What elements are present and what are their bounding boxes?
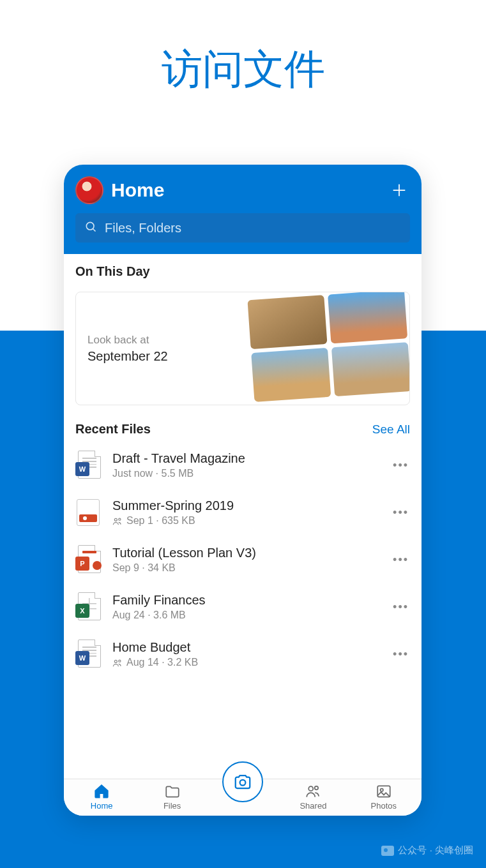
tab-bar: Home Files . Shared Photos [64, 779, 421, 816]
page-title: Home [111, 179, 381, 201]
file-meta: Aug 14 · 3.2 KB [112, 657, 380, 668]
file-more-button[interactable]: ••• [391, 455, 410, 476]
svg-point-7 [119, 660, 121, 662]
content-area: On This Day Look back at September 22 Re… [64, 254, 421, 779]
add-button[interactable] [388, 179, 410, 201]
watermark-text: 公众号 · 尖峰创圈 [398, 844, 473, 857]
people-icon [305, 783, 321, 800]
file-meta: Sep 9 · 34 KB [112, 562, 380, 574]
file-name: Draft - Travel Magazine [112, 451, 380, 466]
see-all-link[interactable]: See All [372, 423, 410, 437]
file-row[interactable]: W Draft - Travel Magazine Just now · 5.5… [75, 442, 410, 489]
memory-photo [251, 348, 331, 402]
svg-point-9 [309, 786, 314, 791]
svg-point-2 [86, 222, 94, 230]
home-icon [93, 783, 110, 800]
camera-fab[interactable] [222, 761, 263, 802]
excel-file-icon: X [75, 592, 101, 622]
powerpoint-file-icon: P [75, 545, 101, 574]
word-file-icon: W [75, 451, 101, 480]
memory-caption: Look back at [87, 334, 231, 347]
onenote-file-icon [75, 498, 101, 527]
memory-photo [331, 342, 410, 396]
tab-label: Shared [300, 801, 326, 811]
file-meta: Just now · 5.5 MB [112, 468, 380, 479]
phone-frame: Home Files, Folders On This Day Look bac… [64, 165, 421, 816]
file-meta: Sep 1 · 635 KB [112, 515, 380, 527]
file-list: W Draft - Travel Magazine Just now · 5.5… [64, 442, 421, 678]
photos-icon [376, 783, 392, 800]
search-input[interactable]: Files, Folders [75, 213, 410, 243]
tab-label: Photos [371, 801, 397, 811]
app-header: Home Files, Folders [64, 165, 421, 254]
file-row[interactable]: W Home Budget Aug 14 · 3.2 KB ••• [75, 631, 410, 678]
file-name: Home Budget [112, 640, 380, 655]
svg-point-6 [114, 660, 117, 662]
memory-photo-grid [242, 292, 410, 405]
search-placeholder: Files, Folders [105, 221, 181, 236]
memory-photo [247, 295, 327, 349]
memory-card[interactable]: Look back at September 22 [75, 292, 410, 405]
search-icon [84, 220, 97, 236]
tab-label: Files [163, 801, 181, 811]
shared-icon [112, 657, 123, 668]
avatar[interactable] [75, 176, 103, 204]
file-more-button[interactable]: ••• [391, 550, 410, 571]
memory-photo [328, 292, 407, 343]
svg-point-8 [240, 780, 246, 786]
word-file-icon: W [75, 640, 101, 669]
file-meta: Aug 24 · 3.6 MB [112, 610, 380, 621]
file-name: Summer-Spring 2019 [112, 498, 380, 513]
file-row[interactable]: Summer-Spring 2019 Sep 1 · 635 KB ••• [75, 489, 410, 536]
tab-label: Home [91, 801, 113, 811]
svg-point-12 [380, 789, 383, 791]
camera-icon [233, 772, 252, 791]
file-row[interactable]: X Family Finances Aug 24 · 3.6 MB ••• [75, 583, 410, 631]
shared-icon [112, 515, 123, 527]
tab-home[interactable]: Home [66, 783, 137, 811]
file-name: Tutorial (Lesson Plan V3) [112, 546, 380, 560]
file-more-button[interactable]: ••• [391, 644, 410, 665]
file-more-button[interactable]: ••• [391, 502, 410, 523]
tab-photos[interactable]: Photos [349, 783, 419, 811]
hero-title: 访问文件 [0, 41, 486, 97]
tab-shared[interactable]: Shared [278, 783, 348, 811]
wechat-icon [381, 846, 394, 856]
file-row[interactable]: P Tutorial (Lesson Plan V3) Sep 9 · 34 K… [75, 536, 410, 583]
svg-point-5 [119, 518, 121, 520]
svg-point-4 [114, 518, 117, 521]
tab-files[interactable]: Files [137, 783, 207, 811]
on-this-day-title: On This Day [75, 264, 410, 279]
file-more-button[interactable]: ••• [391, 597, 410, 618]
watermark: 公众号 · 尖峰创圈 [381, 844, 473, 857]
recent-files-title: Recent Files [75, 422, 151, 437]
file-name: Family Finances [112, 593, 380, 608]
svg-line-3 [93, 229, 96, 232]
memory-date: September 22 [87, 349, 231, 364]
folder-icon [164, 783, 181, 800]
svg-point-10 [315, 786, 318, 789]
